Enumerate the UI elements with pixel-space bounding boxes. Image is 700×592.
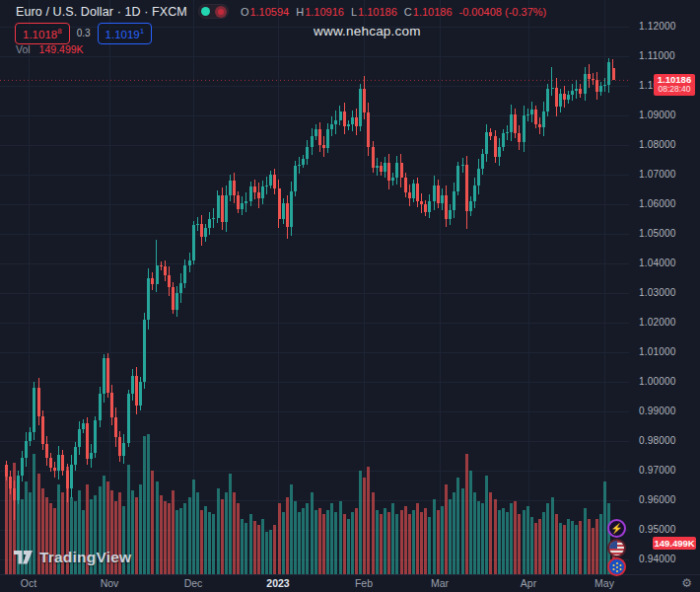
- price-tick-label: 0.96000: [639, 494, 676, 505]
- volume-axis-flag: 149.499K: [653, 537, 696, 550]
- price-tick-label: 1.02000: [639, 317, 676, 328]
- signal-toggle[interactable]: [198, 4, 229, 19]
- chart-plot-canvas[interactable]: [0, 0, 700, 592]
- volume-legend: Vol 149.499K: [16, 43, 84, 55]
- price-tick-label: 1.08000: [639, 139, 676, 150]
- price-tick-label: 0.95000: [639, 524, 676, 535]
- sell-bid-button[interactable]: 1.10188: [15, 23, 70, 44]
- low-value: 1.10186: [358, 6, 397, 18]
- time-tick-label: Apr: [509, 577, 548, 589]
- tradingview-mark-icon: [14, 551, 33, 564]
- last-price-flag: 1.10186 08:28:40: [654, 74, 695, 96]
- volume-label: Vol: [16, 43, 31, 55]
- spread-value: 0.3: [77, 28, 91, 38]
- price-tick-label: 1.03000: [639, 287, 676, 298]
- price-tick-label: 0.97000: [639, 465, 676, 476]
- price-tick-label: 1.00000: [639, 376, 676, 387]
- watermark-url: www.nehcap.com: [314, 24, 421, 38]
- price-tick-label: 1.01000: [639, 346, 676, 357]
- time-tick-label: 2023: [258, 577, 298, 589]
- toggle-on-dot-icon: [201, 7, 210, 16]
- volume-value: 149.499K: [39, 43, 84, 55]
- price-tick-label: 1.06000: [639, 198, 676, 209]
- event-lightning-icon[interactable]: ⚡: [607, 519, 626, 538]
- bar-countdown: 08:28:40: [654, 85, 695, 94]
- price-tick-label: 1.09000: [639, 110, 676, 120]
- ask-price-pip: 1: [140, 27, 144, 36]
- toggle-off-dot-icon: [215, 6, 227, 18]
- bid-ask-row: 1.10188 0.3 1.10191: [15, 23, 152, 44]
- bid-price: 1.1018: [23, 29, 57, 40]
- close-value: 1.10186: [413, 6, 453, 18]
- open-value: 1.10594: [249, 6, 289, 18]
- event-us-flag-icon[interactable]: [607, 539, 626, 557]
- price-tick-label: 0.98000: [639, 435, 676, 446]
- time-tick-label: Feb: [344, 577, 384, 589]
- eu-stars-icon: [616, 566, 618, 568]
- buy-ask-button[interactable]: 1.10191: [98, 23, 153, 44]
- price-tick-label: 0.94000: [639, 554, 676, 564]
- price-tick-label: 0.99000: [639, 406, 676, 416]
- price-tick-label: 1.12000: [639, 21, 676, 32]
- price-tick-label: 1.04000: [639, 258, 676, 268]
- time-tick-label: May: [585, 577, 624, 589]
- chart-legend: Euro / U.S. Dollar · 1D · FXCM O 1.10594…: [16, 4, 546, 19]
- time-tick-label: Dec: [174, 577, 213, 589]
- time-tick-label: Mar: [420, 577, 459, 589]
- ohlc-values: O 1.10594 H 1.10916 L 1.10186 C 1.10186 …: [241, 6, 546, 18]
- high-value: 1.10916: [305, 6, 344, 18]
- open-label: O: [241, 6, 249, 18]
- bid-price-pip: 8: [57, 27, 61, 36]
- price-tick-label: 1.07000: [639, 169, 676, 180]
- tradingview-logo[interactable]: TradingView: [14, 549, 131, 566]
- price-tick-label: 1.11000: [639, 50, 675, 61]
- event-eu-flag-icon[interactable]: [607, 557, 626, 576]
- tradingview-logo-text: TradingView: [39, 549, 131, 566]
- low-label: L: [351, 6, 357, 18]
- ask-price: 1.1019: [105, 29, 140, 40]
- high-label: H: [296, 6, 304, 18]
- change-value: -0.00408 (-0.37%): [459, 6, 547, 18]
- time-tick-label: Nov: [90, 577, 129, 589]
- tradingview-chart-window: Euro / U.S. Dollar · 1D · FXCM O 1.10594…: [0, 0, 700, 592]
- time-tick-label: Oct: [9, 577, 48, 589]
- price-tick-label: 1.05000: [639, 228, 676, 239]
- axis-settings-gear-icon[interactable]: ⚙: [681, 576, 692, 591]
- time-axis[interactable]: OctNovDec2023FebMarAprMay: [0, 574, 700, 592]
- close-label: C: [404, 6, 412, 18]
- symbol-title[interactable]: Euro / U.S. Dollar · 1D · FXCM: [16, 5, 187, 19]
